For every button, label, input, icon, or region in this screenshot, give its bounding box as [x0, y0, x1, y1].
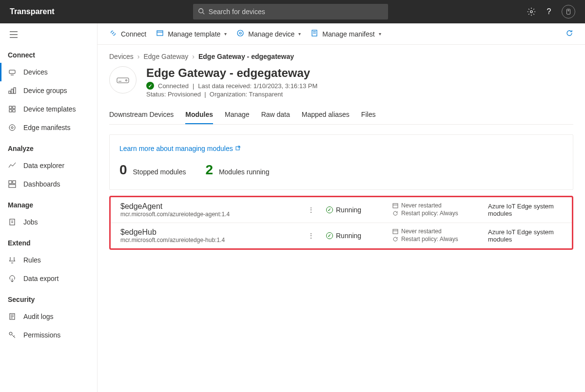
- breadcrumb: Devices › Edge Gateway › Edge Gateway - …: [109, 53, 573, 60]
- running-label: Modules running: [219, 168, 270, 176]
- breadcrumb-devices[interactable]: Devices: [109, 53, 134, 60]
- section-manage: Manage: [0, 193, 97, 213]
- svg-rect-8: [9, 70, 15, 74]
- calendar-icon: [392, 228, 398, 234]
- running-stat: 2 Modules running: [205, 162, 269, 178]
- nav-label: Data explorer: [23, 162, 64, 169]
- rules-icon: [8, 256, 17, 264]
- page-title: Edge Gateway - edgegateway: [146, 66, 317, 80]
- tabs: Downstream Devices Modules Manage Raw da…: [109, 106, 573, 125]
- dashboards-icon: [8, 180, 17, 188]
- sidebar-item-devices[interactable]: Devices: [0, 63, 97, 81]
- module-row[interactable]: $edgeAgent mcr.microsoft.com/azureiotedg…: [111, 197, 572, 223]
- module-image: mcr.microsoft.com/azureiotedge-hub:1.4: [120, 237, 296, 243]
- module-list: $edgeAgent mcr.microsoft.com/azureiotedg…: [109, 196, 573, 250]
- nav-label: Dashboards: [23, 180, 60, 188]
- breadcrumb-current: Edge Gateway - edgegateway: [198, 53, 294, 60]
- svg-point-33: [239, 32, 241, 34]
- connect-button[interactable]: Connect: [109, 29, 146, 38]
- tab-files[interactable]: Files: [361, 106, 376, 124]
- module-type: Azure IoT Edge system modules: [488, 203, 562, 217]
- sidebar-item-audit-logs[interactable]: Audit logs: [0, 307, 97, 326]
- svg-rect-22: [10, 219, 15, 225]
- sidebar-item-data-explorer[interactable]: Data explorer: [0, 156, 97, 175]
- toolbar-label: Manage manifest: [322, 30, 374, 38]
- sidebar-item-data-export[interactable]: Data export: [0, 269, 97, 288]
- svg-point-17: [9, 125, 15, 131]
- restart-info: Never restarted: [392, 228, 480, 235]
- sidebar-item-dashboards[interactable]: Dashboards: [0, 175, 97, 193]
- svg-rect-15: [9, 110, 12, 112]
- svg-line-1: [202, 12, 204, 14]
- avatar[interactable]: [562, 5, 575, 19]
- nav-label: Device groups: [23, 87, 67, 94]
- help-icon[interactable]: ?: [544, 7, 554, 17]
- calendar-icon: [392, 203, 398, 208]
- svg-point-32: [237, 30, 243, 36]
- tab-modules[interactable]: Modules: [185, 106, 213, 124]
- refresh-button[interactable]: [566, 29, 573, 38]
- svg-rect-21: [9, 185, 16, 187]
- chevron-down-icon: ▾: [379, 31, 381, 37]
- svg-rect-16: [13, 110, 15, 112]
- nav-label: Data export: [23, 275, 58, 282]
- connected-icon: ✓: [146, 82, 154, 90]
- status-line: ✓ Connected | Last data received: 1/10/2…: [146, 82, 317, 90]
- stopped-stat: 0 Stopped modules: [119, 162, 186, 178]
- running-icon: [326, 206, 333, 213]
- tab-raw-data[interactable]: Raw data: [261, 106, 290, 124]
- nav-label: Audit logs: [23, 313, 53, 320]
- template-icon: [156, 29, 164, 38]
- sidebar-item-edge-manifests[interactable]: Edge manifests: [0, 118, 97, 137]
- section-security: Security: [0, 288, 97, 307]
- brand-name: Transparent: [10, 7, 55, 16]
- stopped-label: Stopped modules: [133, 168, 186, 176]
- more-icon[interactable]: ⋮: [304, 206, 318, 214]
- meta-line: Status: Provisioned | Organization: Tran…: [146, 91, 317, 98]
- data-export-icon: [8, 274, 17, 283]
- svg-point-39: [126, 80, 127, 81]
- sidebar-item-rules[interactable]: Rules: [0, 251, 97, 269]
- module-type: Azure IoT Edge system modules: [488, 228, 562, 243]
- restart-policy: Restart policy: Always: [392, 236, 480, 243]
- tab-mapped-aliases[interactable]: Mapped aliases: [302, 106, 350, 124]
- chevron-right-icon: ›: [192, 53, 195, 60]
- toolbar-label: Connect: [121, 30, 146, 38]
- hamburger-icon[interactable]: [0, 27, 97, 43]
- manage-manifest-button[interactable]: Manage manifest ▾: [311, 29, 381, 38]
- module-status: Running: [326, 206, 385, 214]
- sidebar-item-device-templates[interactable]: Device templates: [0, 100, 97, 118]
- tab-downstream-devices[interactable]: Downstream Devices: [109, 106, 174, 124]
- gear-icon[interactable]: [526, 7, 536, 17]
- module-row[interactable]: $edgeHub mcr.microsoft.com/azureiotedge-…: [111, 223, 572, 248]
- sidebar-item-jobs[interactable]: Jobs: [0, 213, 97, 231]
- search-container: [55, 4, 526, 19]
- svg-point-2: [530, 11, 533, 13]
- chevron-right-icon: ›: [137, 53, 140, 60]
- org-label: Organization: Transparent: [210, 91, 283, 98]
- manage-template-button[interactable]: Manage template ▾: [156, 29, 227, 38]
- stopped-count: 0: [119, 162, 127, 177]
- main-content: Connect Manage template ▾ Manage device …: [98, 23, 585, 392]
- device-groups-icon: [8, 86, 17, 95]
- nav-label: Permissions: [23, 331, 60, 339]
- external-link-icon: [235, 145, 241, 152]
- learn-more-link[interactable]: Learn more about managing modules: [119, 145, 241, 152]
- breadcrumb-edge-gateway[interactable]: Edge Gateway: [143, 53, 188, 60]
- devices-icon: [8, 68, 17, 76]
- more-icon[interactable]: ⋮: [304, 232, 318, 240]
- search-box[interactable]: [193, 4, 388, 19]
- manage-device-button[interactable]: Manage device ▾: [236, 29, 301, 38]
- edge-manifests-icon: [8, 123, 17, 132]
- sidebar-item-permissions[interactable]: Permissions: [0, 326, 97, 344]
- tab-manage[interactable]: Manage: [225, 106, 250, 124]
- svg-rect-30: [157, 31, 163, 36]
- svg-rect-11: [11, 89, 13, 93]
- refresh-icon: [566, 29, 573, 38]
- nav-label: Device templates: [23, 105, 76, 113]
- restart-policy: Restart policy: Always: [392, 210, 480, 217]
- sidebar-item-device-groups[interactable]: Device groups: [0, 81, 97, 100]
- audit-logs-icon: [8, 312, 17, 321]
- search-input[interactable]: [209, 8, 383, 16]
- top-bar: Transparent ?: [0, 0, 585, 23]
